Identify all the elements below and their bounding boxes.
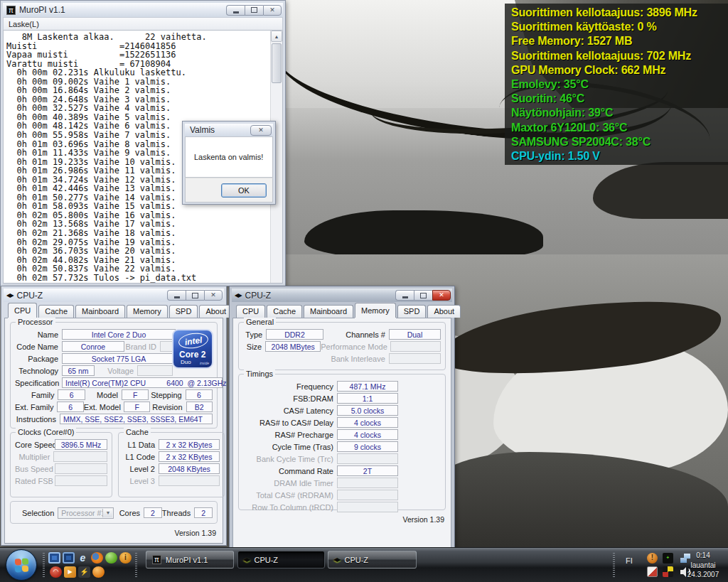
taskbar-button-muropi[interactable]: π MuroPI v1.1: [146, 551, 234, 568]
messenger-icon[interactable]: [105, 552, 117, 564]
taskbar-button-cpuz[interactable]: ◆ CPU-Z: [328, 551, 417, 568]
field-label: Command Rate: [243, 467, 337, 475]
language-indicator[interactable]: FI: [626, 556, 633, 565]
tab-memory[interactable]: Memory: [127, 305, 168, 318]
field-label: Instructions: [15, 415, 60, 424]
tab-spd[interactable]: SPD: [169, 305, 198, 318]
cpuz-titlebar[interactable]: ◆ CPU-Z ✕: [4, 289, 224, 302]
switch-windows-icon[interactable]: [63, 552, 75, 564]
scroll-thumb[interactable]: [272, 43, 282, 83]
orange-app-icon[interactable]: [92, 566, 105, 578]
cpu-tab-page: Processor intel Core 2 Duo inside Name I…: [4, 318, 223, 544]
valmis-titlebar[interactable]: Valmis ✕: [185, 124, 273, 136]
field-label: L1 Code: [123, 453, 159, 461]
field-label: Threads: [162, 509, 194, 517]
ext-model-field: F: [124, 402, 150, 412]
field-label: Brand ID: [124, 343, 160, 351]
start-button[interactable]: [6, 549, 37, 581]
cpuz-titlebar[interactable]: ◆ CPU-Z ✕: [232, 289, 452, 302]
voltage-field: [137, 365, 173, 376]
cycle-time-field: 9 clocks: [337, 441, 398, 452]
tab-cache[interactable]: Cache: [38, 305, 74, 318]
maximize-button[interactable]: [186, 290, 204, 301]
field-label: Model: [85, 391, 122, 399]
field-label: Family: [15, 391, 58, 399]
taskbar-button-cpuz-active[interactable]: ◆ CPU-Z: [237, 551, 325, 568]
log-line: 0h 02m 57.732s Tulos -> pi_data.txt: [6, 274, 281, 283]
chevron-down-icon[interactable]: ▼: [102, 509, 112, 517]
nero-icon[interactable]: ◠: [50, 566, 62, 578]
speedfan-tray-icon[interactable]: [663, 566, 673, 577]
hardware-monitor-osd: Suorittimen kellotaajuus: 3896 MHz Suori…: [505, 4, 728, 165]
code-name-field: Conroe: [62, 341, 124, 352]
intel-tagline: inside: [200, 361, 209, 365]
valmis-message: Laskenta on valmis!: [194, 153, 263, 161]
toolbar-drag-handle[interactable]: [135, 553, 137, 578]
tab-memory[interactable]: Memory: [355, 303, 396, 318]
menu-laske[interactable]: Laske(L): [4, 20, 44, 28]
field-label: Technology: [15, 367, 62, 375]
desktop: { "muropi": { "title": "MuroPI v1.1", "m…: [0, 0, 728, 582]
tab-spd[interactable]: SPD: [397, 305, 427, 318]
close-button[interactable]: ✕: [204, 290, 223, 301]
toolbar-drag-handle[interactable]: [43, 553, 45, 578]
package-field: Socket 775 LGA: [62, 353, 176, 364]
tab-about[interactable]: About: [199, 305, 232, 318]
tab-cpu[interactable]: CPU: [8, 303, 37, 318]
muropi-titlebar[interactable]: π MuroPI v1.1 ✕: [3, 3, 283, 17]
muropi-app-icon: π: [152, 555, 161, 564]
bank-cycle-time-field: [337, 453, 398, 464]
osd-line: Suorittimen kellotaajuus: 702 MHz: [511, 49, 722, 63]
close-button[interactable]: ✕: [432, 290, 451, 301]
firefox-icon[interactable]: [91, 552, 103, 564]
minimize-button[interactable]: [395, 290, 414, 301]
razer-tray-icon[interactable]: ᛭: [663, 553, 673, 564]
osd-line: Maxtor 6Y120L0: 36°C: [511, 121, 722, 135]
processor-groupbox: Processor intel Core 2 Duo inside Name I…: [10, 322, 218, 429]
winamp-icon[interactable]: ⚡: [78, 566, 90, 578]
bank-interleave-field: [389, 353, 441, 364]
close-button[interactable]: ✕: [250, 125, 272, 136]
maximize-button[interactable]: [414, 290, 432, 301]
osd-line: GPU Memory Clock: 662 MHz: [511, 63, 722, 77]
cpuz-tabbar: CPU Cache Mainboard Memory SPD About: [4, 302, 224, 318]
processor-select[interactable]: Processor #1 ▼: [58, 507, 114, 519]
media-player-icon[interactable]: ▶: [64, 566, 76, 578]
toolbar-drag-handle[interactable]: [613, 553, 615, 578]
tab-cache[interactable]: Cache: [267, 305, 302, 318]
taskbar-button-label: CPU-Z: [344, 556, 368, 564]
maximize-button[interactable]: [245, 5, 263, 16]
alert-tray-icon[interactable]: !: [647, 553, 658, 564]
gadget-tray-icon[interactable]: [647, 566, 658, 577]
multiplier-field: [53, 451, 107, 462]
ok-button[interactable]: OK: [221, 183, 267, 198]
tab-about[interactable]: About: [427, 305, 461, 318]
field-label: Voltage: [95, 367, 137, 375]
taskbar: e i ◠ ▶ ⚡ π MuroPI v1.1 ◆ CPU-Z ◆ CPU-Z …: [0, 547, 728, 582]
cpu-name-field: Intel Core 2 Duo: [62, 329, 176, 340]
info-icon[interactable]: i: [119, 552, 132, 564]
tab-mainboard[interactable]: Mainboard: [304, 305, 353, 318]
version-label: Version 1.39: [10, 527, 218, 539]
core-speed-field: 3896.5 MHz: [55, 439, 107, 450]
row-to-column-field: [337, 502, 398, 512]
clock-time: 0:14: [681, 551, 725, 561]
channels-field: Dual: [389, 329, 441, 340]
show-desktop-icon[interactable]: [48, 552, 60, 564]
minimize-button[interactable]: [167, 290, 186, 301]
log-line: 0h 02m 50.837s Vaihe 22 valmis.: [6, 264, 281, 274]
close-button[interactable]: ✕: [263, 5, 282, 16]
specification-field: Intel(R) Core(TM)2 CPU 6400 @ 2.13GHz: [62, 377, 223, 388]
internet-explorer-icon[interactable]: e: [77, 552, 89, 564]
muropi-app-icon: π: [6, 6, 16, 15]
valmis-title: Valmis: [190, 125, 250, 135]
tab-cpu[interactable]: CPU: [236, 305, 265, 318]
scroll-up-button[interactable]: ▲: [271, 31, 282, 42]
field-label: RAS# Precharge: [243, 431, 337, 439]
tab-mainboard[interactable]: Mainboard: [75, 305, 125, 318]
minimize-button[interactable]: [226, 5, 245, 16]
field-label: Specification: [15, 379, 62, 387]
clock[interactable]: 0:14 lauantai 24.3.2007: [681, 551, 725, 580]
intel-brand: intel: [178, 331, 210, 350]
field-label: Name: [15, 330, 62, 339]
